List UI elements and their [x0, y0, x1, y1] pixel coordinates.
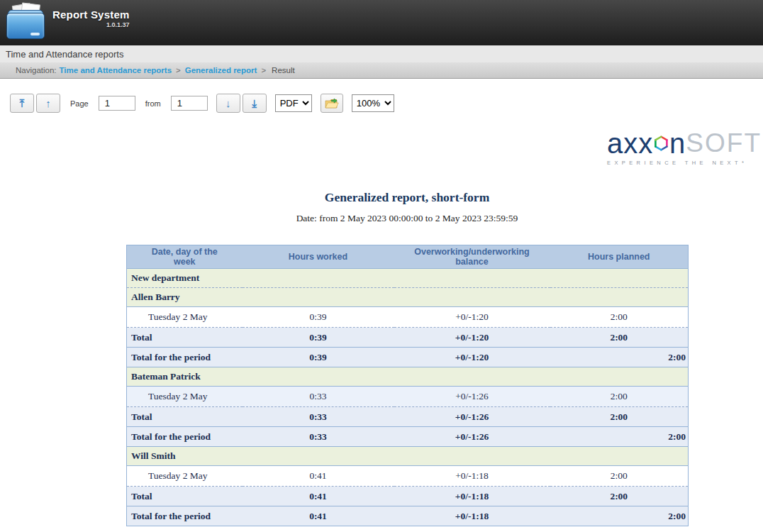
employee-row: Will Smith — [127, 447, 689, 466]
employee-row: Bateman Patrick — [127, 367, 689, 387]
app-title: Report System — [52, 9, 129, 21]
export-format-select[interactable]: PDF — [275, 94, 312, 112]
report-table-body: New departmentAllen BarryTuesday 2 May0:… — [127, 269, 689, 526]
period-hours-worked-cell: 0:33 — [243, 427, 394, 447]
period-total-label-cell: Total for the period — [127, 427, 243, 447]
period-total-label-cell: Total for the period — [127, 348, 243, 367]
first-page-button[interactable]: ⤒ — [10, 94, 34, 113]
column-header-hours-planned: Hours planned — [550, 245, 689, 269]
hours-worked-cell: 0:33 — [243, 387, 394, 407]
arrow-up-icon: ↑ — [45, 97, 51, 109]
breadcrumb-separator: > — [176, 66, 181, 74]
period-hours-planned-cell: 2:00 — [550, 348, 689, 367]
period-hours-worked-cell: 0:41 — [243, 506, 394, 526]
period-hours-planned-cell: 2:00 — [550, 427, 689, 447]
period-total-row: Total for the period0:41+0/-1:182:00 — [127, 506, 689, 526]
total-label-cell: Total — [127, 487, 243, 506]
total-hours-planned-cell: 2:00 — [550, 487, 689, 506]
next-page-button[interactable]: ↓ — [216, 94, 240, 113]
day-label-cell: Tuesday 2 May — [127, 387, 243, 407]
column-header-balance: Overworking/underworking balance — [394, 245, 550, 269]
page-number-input[interactable] — [99, 96, 135, 111]
employee-name-cell: Bateman Patrick — [127, 367, 689, 387]
period-balance-cell: +0/-1:26 — [394, 427, 550, 447]
report-title: Generalized report, short-form — [126, 190, 688, 205]
total-label-cell: Total — [127, 328, 243, 348]
breadcrumb-label: Navigation: — [16, 66, 57, 74]
total-balance-cell: +0/-1:26 — [394, 407, 550, 427]
employee-name-cell: Allen Barry — [127, 288, 689, 307]
period-total-row: Total for the period0:39+0/-1:202:00 — [127, 348, 689, 367]
period-total-label-cell: Total for the period — [127, 506, 243, 526]
hours-planned-cell: 2:00 — [550, 307, 689, 328]
hours-planned-cell: 2:00 — [550, 387, 689, 407]
axxonsoft-logo: axx n SOFT EXPERIENCE THE NEXT* — [607, 129, 762, 166]
day-row: Tuesday 2 May0:33+0/-1:262:00 — [127, 387, 689, 407]
employee-row: Allen Barry — [127, 288, 689, 307]
section-title-bar: Time and Attendance reports — [0, 45, 763, 62]
column-header-date: Date, day of the week — [127, 245, 243, 269]
section-title: Time and Attendance reports — [6, 49, 123, 60]
total-hours-planned-cell: 2:00 — [550, 407, 689, 427]
period-total-row: Total for the period0:33+0/-1:262:00 — [127, 427, 689, 447]
hours-worked-cell: 0:41 — [243, 466, 394, 487]
open-folder-export-icon — [325, 98, 339, 109]
report-table: Date, day of the week Hours worked Overw… — [126, 245, 689, 526]
day-row: Tuesday 2 May0:39+0/-1:202:00 — [127, 307, 689, 328]
period-balance-cell: +0/-1:18 — [394, 506, 550, 526]
total-label-cell: Total — [127, 407, 243, 427]
breadcrumb-current: Result — [272, 66, 295, 74]
previous-page-button[interactable]: ↑ — [36, 94, 60, 113]
breadcrumb-link-generalized-report[interactable]: Generalized report — [185, 66, 257, 74]
logo-text-soft: SOFT — [686, 129, 762, 157]
report-toolbar: ⤒ ↑ Page from ↓ ⤓ PDF 100% — [0, 79, 763, 118]
balance-cell: +0/-1:18 — [394, 466, 550, 487]
employee-name-cell: Will Smith — [127, 447, 689, 466]
total-pages-input[interactable] — [171, 96, 208, 111]
day-label-cell: Tuesday 2 May — [127, 307, 243, 328]
app-version: 1.0.1.37 — [52, 21, 129, 28]
total-hours-planned-cell: 2:00 — [550, 328, 689, 348]
period-hours-worked-cell: 0:39 — [243, 348, 394, 367]
total-hours-worked-cell: 0:41 — [243, 487, 394, 506]
report-date-range: Date: from 2 May 2023 00:00:00 to 2 May … — [126, 213, 688, 224]
export-button[interactable] — [321, 94, 343, 113]
page-label: Page — [70, 99, 89, 108]
period-balance-cell: +0/-1:20 — [394, 348, 550, 367]
arrow-down-icon: ↓ — [225, 97, 231, 109]
total-row: Total0:39+0/-1:202:00 — [127, 328, 689, 348]
balance-cell: +0/-1:20 — [394, 307, 550, 328]
from-label: from — [145, 99, 161, 108]
total-hours-worked-cell: 0:33 — [243, 407, 394, 427]
total-hours-worked-cell: 0:39 — [243, 328, 394, 348]
hours-planned-cell: 2:00 — [550, 466, 689, 487]
total-balance-cell: +0/-1:20 — [394, 328, 550, 348]
report-page: axx n SOFT EXPERIENCE THE NEXT* Generali… — [0, 118, 763, 532]
zoom-level-select[interactable]: 100% — [352, 94, 394, 112]
logo-tagline: EXPERIENCE THE NEXT* — [607, 160, 762, 166]
breadcrumb: Navigation: Time and Attendance reports … — [0, 62, 763, 79]
day-row: Tuesday 2 May0:41+0/-1:182:00 — [127, 466, 689, 487]
total-row: Total0:41+0/-1:182:00 — [127, 487, 689, 506]
hours-worked-cell: 0:39 — [243, 307, 394, 328]
last-page-icon: ⤓ — [252, 97, 257, 110]
logo-text-n: n — [669, 129, 686, 157]
period-hours-planned-cell: 2:00 — [550, 506, 689, 526]
department-name-cell: New department — [127, 269, 689, 288]
table-header-row: Date, day of the week Hours worked Overw… — [127, 245, 689, 269]
report-system-logo-icon — [6, 4, 45, 40]
last-page-button[interactable]: ⤓ — [243, 94, 267, 113]
breadcrumb-separator: > — [261, 66, 266, 74]
breadcrumb-link-time-attendance[interactable]: Time and Attendance reports — [60, 66, 172, 74]
department-row: New department — [127, 269, 689, 288]
balance-cell: +0/-1:26 — [394, 387, 550, 407]
column-header-hours-worked: Hours worked — [243, 245, 394, 269]
day-label-cell: Tuesday 2 May — [127, 466, 243, 487]
logo-text-axxon: axx — [607, 129, 653, 157]
first-page-icon: ⤒ — [20, 97, 25, 110]
total-balance-cell: +0/-1:18 — [394, 487, 550, 506]
app-header: Report System 1.0.1.37 — [0, 0, 763, 45]
hexagon-icon — [654, 130, 669, 157]
total-row: Total0:33+0/-1:262:00 — [127, 407, 689, 427]
